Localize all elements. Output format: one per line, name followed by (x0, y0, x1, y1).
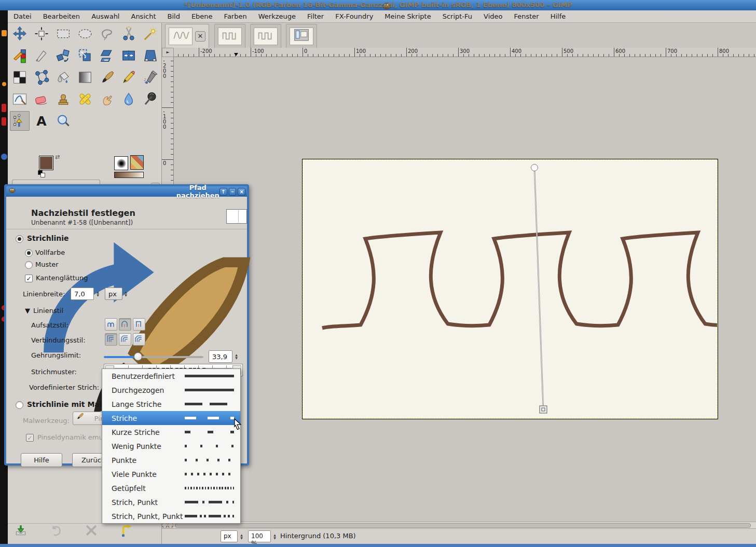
line-width-input[interactable]: 7,0 (71, 288, 94, 300)
reset-button-icon[interactable] (120, 524, 155, 544)
tool-rotate[interactable] (53, 46, 73, 65)
tool-pattern-stamp[interactable] (10, 67, 30, 87)
tool-scissors-select[interactable] (119, 24, 139, 44)
menu-bild[interactable]: Bild (162, 11, 186, 22)
line-style-expander[interactable]: ▼ (25, 307, 30, 314)
tool-zoom[interactable] (53, 111, 73, 131)
image-tab-1[interactable]: ✕ (165, 24, 209, 48)
dropdown-item-striche[interactable]: Striche (102, 411, 240, 425)
dropdown-item-benutzerdefiniert[interactable]: Benutzerdefiniert (102, 369, 240, 383)
tool-rectangle-select[interactable] (53, 24, 73, 44)
tool-airbrush[interactable] (141, 67, 160, 87)
save-preset-button[interactable] (14, 524, 49, 544)
menu-hilfe[interactable]: Hilfe (545, 11, 572, 22)
ruler-corner-menu-button[interactable]: ► (162, 48, 174, 57)
tool-paintbrush[interactable] (97, 67, 117, 87)
zoom-spinner[interactable]: ▲▼ (271, 530, 278, 542)
tool-text[interactable]: A (32, 111, 51, 131)
menu-ansicht[interactable]: Ansicht (125, 11, 161, 22)
radio-pattern[interactable] (25, 261, 33, 269)
menu-datei[interactable]: Datei (8, 11, 37, 22)
tool-blur-sharpen[interactable] (119, 89, 139, 109)
image-tab-3[interactable] (250, 24, 281, 48)
tool-ellipse-select[interactable] (75, 24, 95, 44)
horizontal-ruler[interactable]: -200-1000100200300400500600700800 (174, 48, 756, 57)
tool-color-select[interactable] (10, 46, 30, 65)
tab-close-icon[interactable]: ✕ (195, 31, 205, 42)
dropdown-item-punkte[interactable]: Punkte (102, 453, 240, 467)
unit-spinner[interactable]: ▲▼ (238, 530, 245, 542)
zoom-level-input[interactable]: 100 % (248, 530, 271, 542)
menu-meine-skripte[interactable]: Meine Skripte (379, 11, 436, 22)
tool-perspective[interactable] (141, 46, 160, 65)
pattern-preview[interactable] (130, 155, 144, 170)
tool-move[interactable] (10, 24, 30, 44)
tool-pencil[interactable] (119, 67, 139, 87)
image-tab-4[interactable] (286, 24, 317, 48)
dropdown-item-lange-striche[interactable]: Lange Striche (102, 397, 240, 411)
color-area[interactable]: ⇄ (36, 154, 67, 181)
default-colors-icon[interactable] (38, 170, 45, 177)
menu-script-fu[interactable]: Script-Fu (437, 11, 478, 22)
unit-select[interactable]: px (221, 530, 238, 542)
tool-bucket-fill[interactable] (53, 67, 73, 87)
cap-square-button[interactable] (133, 318, 145, 331)
checkbox-emulate-dynamics[interactable]: ✓ (26, 434, 34, 442)
tool-gradient[interactable] (75, 67, 95, 87)
dropdown-item-strich-punkt[interactable]: Strich, Punkt (102, 495, 240, 509)
foreground-color-swatch[interactable] (39, 156, 53, 170)
horizontal-scrollbar[interactable] (174, 522, 756, 528)
menu-filter[interactable]: Filter (301, 11, 329, 22)
checkbox-antialiasing[interactable]: ✓ (25, 275, 33, 282)
menu-ebene[interactable]: Ebene (186, 11, 218, 22)
menu-farben[interactable]: Farben (218, 11, 253, 22)
gradient-preview[interactable] (114, 172, 144, 178)
tool-fuzzy-select[interactable] (141, 24, 160, 44)
dropdown-item-kurze-striche[interactable]: Kurze Striche (102, 425, 240, 439)
tool-shear[interactable] (97, 46, 117, 65)
tool-alignment[interactable] (32, 24, 51, 44)
dialog-minimize-button[interactable]: – (229, 188, 237, 196)
join-round-button[interactable] (119, 333, 131, 346)
slider-handle[interactable] (134, 352, 142, 361)
dropdown-item-strich-punkt-punkt[interactable]: Strich, Punkt, Punkt (102, 509, 240, 523)
help-button[interactable]: Hilfe (21, 453, 62, 467)
miter-limit-spinner[interactable]: ▲▼ (233, 350, 240, 362)
radio-solid-color[interactable] (25, 249, 33, 257)
window-titlebar[interactable]: *[Unbenannt]-1.0 (RGB-Farben 16-Bit-Gamm… (0, 0, 756, 10)
tool-cage-transform[interactable] (32, 67, 51, 87)
line-width-unit-select[interactable]: px (105, 288, 122, 300)
tool-clone[interactable] (53, 89, 73, 109)
tool-dodge-burn[interactable] (141, 89, 160, 109)
tool-eraser[interactable] (32, 89, 51, 109)
radio-stroke-with-paint-tool[interactable] (16, 401, 23, 409)
line-width-spinner[interactable]: ▲▼ (94, 288, 101, 299)
unit-select-spinner[interactable]: ▲▼ (122, 288, 129, 299)
menu-bearbeiten[interactable]: Bearbeiten (37, 11, 86, 22)
dropdown-item-wenig-punkte[interactable]: Wenig Punkte (102, 439, 240, 453)
menu-werkzeuge[interactable]: Werkzeuge (253, 11, 301, 22)
join-miter-button[interactable] (105, 333, 117, 346)
cap-round-button[interactable] (119, 318, 131, 331)
dropdown-item-getüpfelt[interactable]: Getüpfelt (102, 481, 240, 495)
dialog-close-button[interactable]: × (238, 188, 245, 196)
miter-limit-input[interactable]: 33,9 (209, 350, 232, 363)
menu-fenster[interactable]: Fenster (508, 11, 544, 22)
tool-smudge[interactable] (97, 89, 117, 109)
cap-butt-button[interactable] (105, 318, 117, 331)
menu-auswahl[interactable]: Auswahl (86, 11, 125, 22)
tool-heal[interactable] (75, 89, 95, 109)
radio-stroke-line[interactable] (16, 235, 23, 243)
restore-preset-button[interactable] (49, 524, 85, 544)
tool-flip[interactable] (119, 46, 139, 65)
canvas-viewport[interactable] (174, 57, 756, 522)
dropdown-item-viele-punkte[interactable]: Viele Punkte (102, 467, 240, 481)
tool-ink[interactable] (32, 46, 51, 65)
menu-fx-foundry[interactable]: FX-Foundry (329, 11, 379, 22)
tool-free-select[interactable] (97, 24, 117, 44)
menu-video[interactable]: Video (478, 11, 508, 22)
canvas-image[interactable] (303, 159, 718, 419)
dialog-titlebar[interactable]: Pfad nachziehen ↑ – × (6, 186, 247, 197)
image-tab-2[interactable] (214, 24, 245, 48)
tool-scale[interactable] (75, 46, 95, 65)
